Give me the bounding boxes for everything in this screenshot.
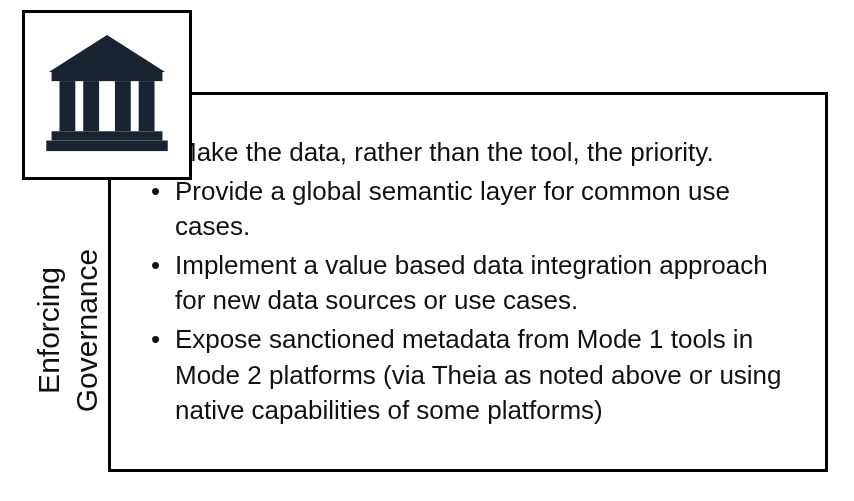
side-label: Enforcing Governance [28, 200, 108, 460]
list-item: Implement a value based data integration… [151, 248, 795, 318]
bullet-list: Make the data, rather than the tool, the… [151, 135, 795, 432]
svg-rect-2 [59, 81, 75, 131]
icon-frame [22, 10, 192, 180]
svg-rect-3 [83, 81, 99, 131]
svg-rect-1 [52, 72, 163, 81]
svg-rect-5 [139, 81, 155, 131]
bank-icon [41, 27, 173, 163]
list-item: Make the data, rather than the tool, the… [151, 135, 795, 170]
side-label-text: Enforcing Governance [31, 248, 106, 411]
list-item: Provide a global semantic layer for comm… [151, 174, 795, 244]
callout-box: Make the data, rather than the tool, the… [108, 92, 828, 472]
list-item: Expose sanctioned metadata from Mode 1 t… [151, 322, 795, 427]
svg-rect-7 [46, 141, 167, 152]
side-label-line2: Governance [70, 248, 103, 411]
svg-rect-4 [115, 81, 131, 131]
svg-rect-6 [52, 131, 163, 140]
svg-marker-0 [49, 35, 165, 72]
side-label-line1: Enforcing [33, 267, 66, 394]
